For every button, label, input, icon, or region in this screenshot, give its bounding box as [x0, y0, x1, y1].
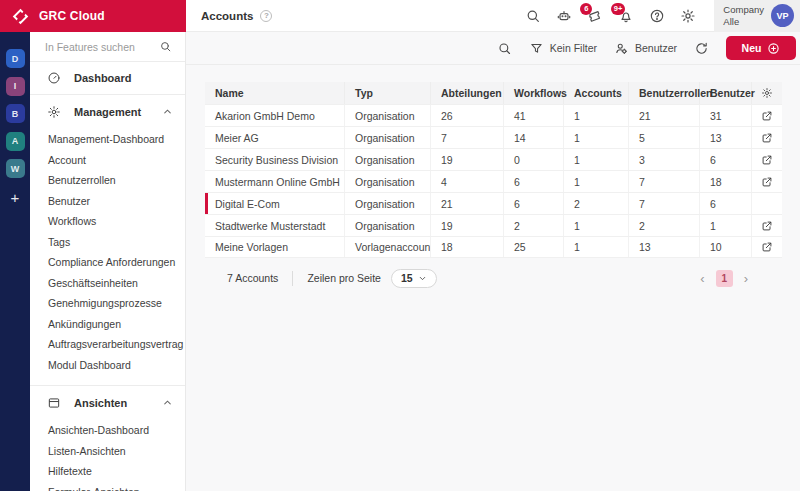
- open-account-button[interactable]: [752, 171, 782, 192]
- col-header-workflows[interactable]: Workflows: [504, 82, 564, 104]
- topbar: GRC Cloud Accounts ? 6 9+: [0, 0, 800, 32]
- sidebar-item-genehmigungsprozesse[interactable]: Genehmigungsprozesse: [30, 293, 185, 314]
- col-header-benutzer[interactable]: Benutzer: [700, 82, 752, 104]
- workspace-avatar[interactable]: A: [6, 132, 25, 151]
- sidebar-item-ansichten-dashboard[interactable]: Ansichten-Dashboard: [30, 420, 185, 441]
- user-avatar[interactable]: VP: [771, 4, 794, 27]
- workspace-avatar[interactable]: D: [6, 49, 25, 68]
- prev-page-button[interactable]: ‹: [700, 272, 704, 285]
- sidebar-item-workflows[interactable]: Workflows: [30, 211, 185, 232]
- col-header-abteilungen[interactable]: Abteilungen: [431, 82, 504, 104]
- cell-name: Akarion GmbH Demo: [205, 105, 345, 126]
- col-header-typ[interactable]: Typ: [345, 82, 431, 104]
- cell-benutzerrollen: 13: [629, 237, 700, 257]
- table-row[interactable]: Akarion GmbH Demo Organisation 26 41 1 2…: [205, 104, 782, 126]
- table-row[interactable]: Mustermann Online GmbH Organisation 4 6 …: [205, 170, 782, 192]
- cell-benutzerrollen: 3: [629, 149, 700, 170]
- cell-benutzerrollen: 21: [629, 105, 700, 126]
- cell-name: Security Business Division: [205, 149, 345, 170]
- chevron-down-icon: [418, 274, 427, 283]
- open-account-button[interactable]: [752, 127, 782, 148]
- help-icon[interactable]: [649, 8, 665, 24]
- cell-accounts: 1: [564, 171, 629, 192]
- open-account-button[interactable]: [752, 215, 782, 236]
- divider: [292, 271, 293, 286]
- sidebar-item-account[interactable]: Account: [30, 150, 185, 171]
- feature-search[interactable]: [30, 32, 185, 62]
- sidebar-item-modul-dashboard[interactable]: Modul Dashboard: [30, 355, 185, 376]
- table-row-selected[interactable]: Digital E-Com Organisation 21 6 2 7 6: [205, 192, 782, 214]
- table-row[interactable]: Meier AG Organisation 7 14 1 5 13: [205, 126, 782, 148]
- open-in-new-icon: [761, 154, 773, 166]
- sidebar-item-management-dashboard[interactable]: Management-Dashboard: [30, 129, 185, 150]
- table-row[interactable]: Security Business Division Organisation …: [205, 148, 782, 170]
- bell-icon[interactable]: 9+: [618, 8, 634, 24]
- cell-abteilungen: 19: [431, 215, 504, 236]
- sidebar-item-listen-ansichten[interactable]: Listen-Ansichten: [30, 441, 185, 462]
- next-page-button[interactable]: ›: [744, 272, 748, 285]
- page-title: Accounts: [201, 10, 253, 22]
- settings-gear-icon[interactable]: [680, 8, 696, 24]
- open-in-new-icon: [761, 241, 773, 253]
- column-settings-button[interactable]: [752, 82, 782, 104]
- table-row[interactable]: Stadtwerke Musterstadt Organisation 19 2…: [205, 214, 782, 236]
- table-search-button[interactable]: [497, 41, 512, 56]
- rows-per-page-label: Zeilen pro Seite: [307, 272, 381, 284]
- app-window: GRC Cloud Accounts ? 6 9+: [0, 0, 800, 491]
- cell-accounts: 1: [564, 127, 629, 148]
- section-label: Management: [74, 106, 141, 118]
- cell-accounts: 1: [564, 149, 629, 170]
- tickets-icon[interactable]: 6: [587, 8, 603, 24]
- workspace-avatar[interactable]: B: [6, 104, 25, 123]
- sidebar-item-formular-ansichten[interactable]: Formular-Ansichten: [30, 482, 185, 491]
- management-items: Management-Dashboard Account Benutzerrol…: [30, 127, 185, 383]
- page-help-icon[interactable]: ?: [260, 10, 272, 22]
- workspace-rail: D I B A W +: [0, 32, 30, 491]
- open-account-button[interactable]: [752, 149, 782, 170]
- add-workspace-button[interactable]: +: [11, 189, 20, 206]
- workspace-avatar[interactable]: W: [6, 159, 25, 178]
- sidebar-item-benutzerrollen[interactable]: Benutzerrollen: [30, 170, 185, 191]
- window-icon: [47, 396, 61, 410]
- sidebar-item-ankuendigungen[interactable]: Ankündigungen: [30, 314, 185, 335]
- search-icon[interactable]: [525, 8, 541, 24]
- sidebar-item-hilfetexte[interactable]: Hilfetexte: [30, 461, 185, 482]
- company-switcher[interactable]: Company Alle VP: [714, 0, 800, 32]
- ansichten-items: Ansichten-Dashboard Listen-Ansichten Hil…: [30, 418, 185, 491]
- filter-label: Kein Filter: [550, 42, 597, 54]
- cell-benutzer: 13: [700, 127, 752, 148]
- cell-accounts: 1: [564, 215, 629, 236]
- col-header-accounts[interactable]: Accounts: [564, 82, 629, 104]
- current-page[interactable]: 1: [716, 270, 733, 287]
- col-header-benutzerrollen[interactable]: Benutzerrollen: [629, 82, 700, 104]
- refresh-button[interactable]: [694, 41, 709, 56]
- brand[interactable]: GRC Cloud: [0, 0, 186, 32]
- sidebar-item-benutzer[interactable]: Benutzer: [30, 191, 185, 212]
- open-in-new-icon: [761, 176, 773, 188]
- cell-abteilungen: 21: [431, 193, 504, 214]
- topbar-main: Accounts ? 6 9+: [186, 0, 800, 32]
- gear-icon: [47, 105, 61, 119]
- sidebar-section-management[interactable]: Management: [30, 97, 185, 127]
- table-row[interactable]: Meine Vorlagen Vorlagenaccount 18 25 1 1…: [205, 236, 782, 258]
- filter-button[interactable]: Kein Filter: [529, 41, 597, 56]
- workspace-avatar[interactable]: I: [6, 77, 25, 96]
- col-header-name[interactable]: Name: [205, 82, 345, 104]
- cell-workflows: 41: [504, 105, 564, 126]
- sidebar-item-compliance-anforderungen[interactable]: Compliance Anforderungen: [30, 252, 185, 273]
- new-button[interactable]: Neu: [726, 36, 796, 60]
- funnel-icon: [529, 41, 544, 56]
- open-account-button[interactable]: [752, 237, 782, 257]
- chatbot-icon[interactable]: [556, 8, 572, 24]
- sidebar-item-tags[interactable]: Tags: [30, 232, 185, 253]
- open-account-button[interactable]: [752, 105, 782, 126]
- feature-search-input[interactable]: [45, 41, 153, 53]
- sidebar-item-geschaeftseinheiten[interactable]: Geschäftseinheiten: [30, 273, 185, 294]
- sidebar-item-dashboard[interactable]: Dashboard: [30, 64, 185, 92]
- sidebar-item-auftragsverarbeitungsvertrag[interactable]: Auftragsverarbeitungsvertrag: [30, 334, 185, 355]
- sidebar-section-ansichten[interactable]: Ansichten: [30, 388, 185, 418]
- rows-per-page-select[interactable]: 15: [391, 269, 437, 288]
- users-icon: [614, 41, 629, 56]
- cell-typ: Organisation: [345, 127, 431, 148]
- users-button[interactable]: Benutzer: [614, 41, 677, 56]
